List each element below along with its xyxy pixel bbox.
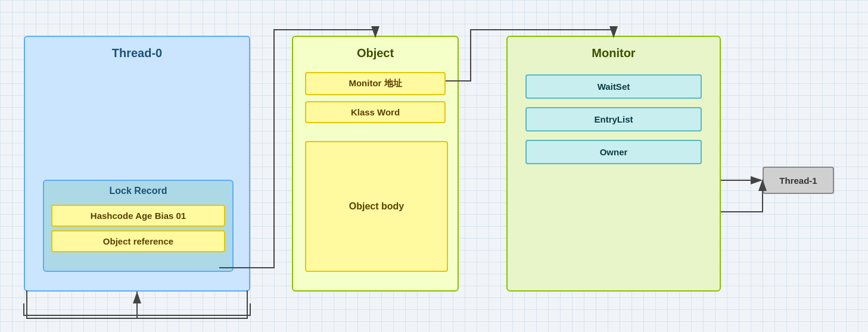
waitset-box: WaitSet [525, 74, 702, 99]
entrylist-box: EntryList [525, 107, 702, 131]
hashcode-box: Hashcode Age Bias 01 [51, 205, 225, 227]
object-title: Object [293, 37, 458, 66]
monitor-box: Monitor WaitSet EntryList Owner [506, 36, 721, 292]
object-body-label: Object body [349, 201, 404, 212]
thread-1-label: Thread-1 [779, 176, 817, 186]
lock-record-box: Lock Record Hashcode Age Bias 01 Object … [43, 180, 234, 272]
monitor-addr-box: Monitor 地址 [305, 72, 446, 95]
thread-0-box: Thread-0 Lock Record Hashcode Age Bias 0… [24, 36, 250, 292]
klass-word-box: Klass Word [305, 101, 446, 123]
lock-record-title: Lock Record [44, 181, 232, 201]
thread0-bottom-bracket [27, 290, 247, 318]
owner-box: Owner [525, 140, 702, 164]
thread-0-title: Thread-0 [25, 37, 249, 66]
object-body-box: Object body [305, 141, 448, 272]
entrylist-to-thread1-arrow [721, 180, 763, 212]
bottom-bracket [24, 303, 250, 315]
thread-1-box: Thread-1 [763, 167, 834, 194]
diagram-container: Thread-0 Lock Record Hashcode Age Bias 0… [0, 0, 868, 332]
monitor-title: Monitor [508, 37, 720, 66]
object-ref-box: Object reference [51, 230, 225, 252]
object-box: Object Monitor 地址 Klass Word Object body [292, 36, 459, 292]
